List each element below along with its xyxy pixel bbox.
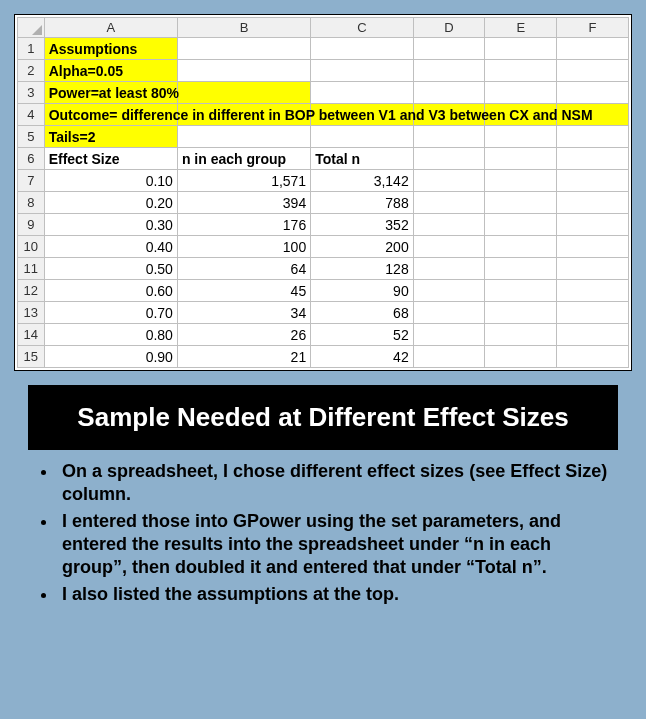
data-cell[interactable]: 64	[177, 258, 310, 280]
data-cell[interactable]	[557, 236, 629, 258]
data-cell[interactable]: 788	[311, 192, 414, 214]
data-cell[interactable]	[413, 258, 485, 280]
data-cell[interactable]: 0.30	[44, 214, 177, 236]
data-cell[interactable]	[413, 192, 485, 214]
data-cell[interactable]: 0.70	[44, 302, 177, 324]
col-header-C[interactable]: C	[311, 18, 414, 38]
empty-cell[interactable]	[311, 82, 414, 104]
data-header-cell[interactable]	[485, 148, 557, 170]
data-cell[interactable]: 52	[311, 324, 414, 346]
data-cell[interactable]	[413, 280, 485, 302]
row-header[interactable]: 4	[18, 104, 45, 126]
data-cell[interactable]	[557, 170, 629, 192]
empty-cell[interactable]	[413, 126, 485, 148]
data-cell[interactable]	[557, 280, 629, 302]
data-cell[interactable]	[485, 324, 557, 346]
row-header[interactable]: 6	[18, 148, 45, 170]
data-cell[interactable]: 0.10	[44, 170, 177, 192]
empty-cell[interactable]	[413, 82, 485, 104]
empty-cell[interactable]	[557, 126, 629, 148]
data-header-cell[interactable]: n in each group	[177, 148, 310, 170]
row-header[interactable]: 13	[18, 302, 45, 324]
data-cell[interactable]: 0.80	[44, 324, 177, 346]
col-header-E[interactable]: E	[485, 18, 557, 38]
select-all-corner[interactable]	[18, 18, 45, 38]
col-header-A[interactable]: A	[44, 18, 177, 38]
empty-cell[interactable]	[177, 82, 310, 104]
row-header[interactable]: 10	[18, 236, 45, 258]
data-cell[interactable]	[413, 346, 485, 368]
assumption-text[interactable]: Assumptions	[44, 38, 177, 60]
assumption-text[interactable]: Power=at least 80%	[44, 82, 177, 104]
empty-cell[interactable]	[413, 38, 485, 60]
row-header[interactable]: 12	[18, 280, 45, 302]
row-header[interactable]: 9	[18, 214, 45, 236]
data-cell[interactable]	[485, 214, 557, 236]
data-header-cell[interactable]: Effect Size	[44, 148, 177, 170]
data-cell[interactable]: 394	[177, 192, 310, 214]
data-cell[interactable]: 0.40	[44, 236, 177, 258]
data-cell[interactable]	[485, 280, 557, 302]
data-cell[interactable]: 0.60	[44, 280, 177, 302]
data-cell[interactable]	[413, 302, 485, 324]
assumption-text[interactable]: Outcome= difference in different in BOP …	[44, 104, 177, 126]
data-cell[interactable]	[557, 192, 629, 214]
data-cell[interactable]	[413, 324, 485, 346]
data-cell[interactable]	[485, 302, 557, 324]
assumption-text[interactable]: Tails=2	[44, 126, 177, 148]
data-cell[interactable]: 68	[311, 302, 414, 324]
data-header-cell[interactable]: Total n	[311, 148, 414, 170]
data-cell[interactable]: 1,571	[177, 170, 310, 192]
data-cell[interactable]: 26	[177, 324, 310, 346]
data-cell[interactable]: 128	[311, 258, 414, 280]
data-cell[interactable]: 3,142	[311, 170, 414, 192]
data-cell[interactable]	[557, 302, 629, 324]
row-header[interactable]: 5	[18, 126, 45, 148]
empty-cell[interactable]	[413, 60, 485, 82]
row-header[interactable]: 3	[18, 82, 45, 104]
row-header[interactable]: 11	[18, 258, 45, 280]
data-cell[interactable]	[557, 346, 629, 368]
data-cell[interactable]	[557, 214, 629, 236]
row-header[interactable]: 7	[18, 170, 45, 192]
data-cell[interactable]: 45	[177, 280, 310, 302]
data-cell[interactable]: 352	[311, 214, 414, 236]
data-header-cell[interactable]	[557, 148, 629, 170]
empty-cell[interactable]	[177, 38, 310, 60]
row-header[interactable]: 15	[18, 346, 45, 368]
data-cell[interactable]: 0.20	[44, 192, 177, 214]
empty-cell[interactable]	[311, 60, 414, 82]
empty-cell[interactable]	[485, 60, 557, 82]
row-header[interactable]: 2	[18, 60, 45, 82]
empty-cell[interactable]	[557, 38, 629, 60]
data-cell[interactable]: 21	[177, 346, 310, 368]
data-cell[interactable]	[413, 236, 485, 258]
empty-cell[interactable]	[485, 82, 557, 104]
data-cell[interactable]: 34	[177, 302, 310, 324]
data-cell[interactable]: 42	[311, 346, 414, 368]
empty-cell[interactable]	[485, 126, 557, 148]
row-header[interactable]: 1	[18, 38, 45, 60]
data-cell[interactable]	[485, 192, 557, 214]
data-cell[interactable]	[557, 258, 629, 280]
empty-cell[interactable]	[177, 60, 310, 82]
row-header[interactable]: 8	[18, 192, 45, 214]
assumption-text[interactable]: Alpha=0.05	[44, 60, 177, 82]
data-cell[interactable]: 0.50	[44, 258, 177, 280]
data-cell[interactable]	[413, 214, 485, 236]
data-cell[interactable]	[485, 170, 557, 192]
empty-cell[interactable]	[177, 126, 310, 148]
data-cell[interactable]	[485, 346, 557, 368]
col-header-F[interactable]: F	[557, 18, 629, 38]
empty-cell[interactable]	[557, 60, 629, 82]
data-cell[interactable]: 100	[177, 236, 310, 258]
data-cell[interactable]: 200	[311, 236, 414, 258]
data-cell[interactable]: 90	[311, 280, 414, 302]
data-cell[interactable]: 176	[177, 214, 310, 236]
empty-cell[interactable]	[311, 38, 414, 60]
col-header-B[interactable]: B	[177, 18, 310, 38]
data-cell[interactable]	[413, 170, 485, 192]
data-cell[interactable]: 0.90	[44, 346, 177, 368]
row-header[interactable]: 14	[18, 324, 45, 346]
data-cell[interactable]	[557, 324, 629, 346]
